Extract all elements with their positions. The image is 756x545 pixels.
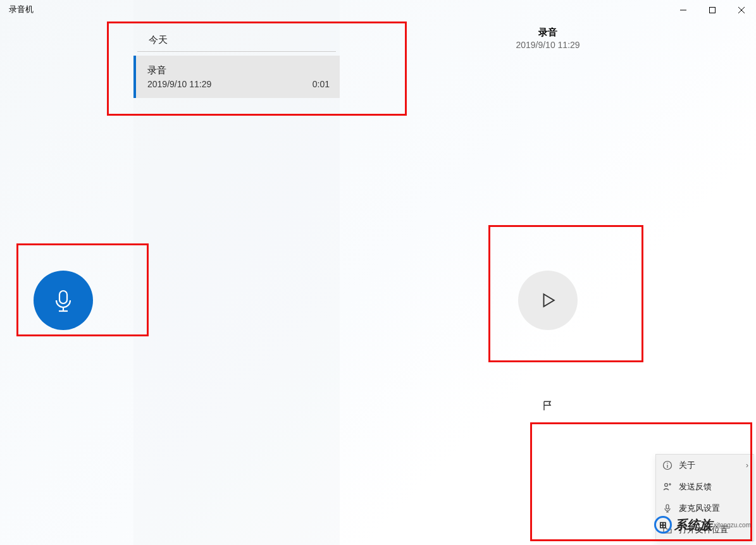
svg-point-10 <box>667 463 668 464</box>
recording-item[interactable]: 录音 2019/9/10 11:29 0:01 <box>133 56 340 98</box>
voice-recorder-app: 录音机 今天 录音 2019/9/ <box>0 0 756 545</box>
feedback-icon <box>662 482 672 492</box>
menu-item-label: 麦克风设置 <box>679 503 720 514</box>
chevron-right-icon: › <box>746 461 748 470</box>
detail-title: 录音 <box>340 27 756 39</box>
watermark-domain: xitongzu.com <box>714 522 751 529</box>
window-controls <box>669 0 756 20</box>
menu-item-label: 发送反馈 <box>679 481 712 493</box>
list-section-header: 今天 <box>137 29 336 52</box>
watermark-logo-icon: ⊞ <box>654 516 672 534</box>
play-icon <box>540 292 556 309</box>
svg-point-11 <box>665 484 668 487</box>
maximize-button[interactable] <box>698 0 727 20</box>
svg-marker-7 <box>544 294 554 307</box>
add-marker-button[interactable] <box>534 392 562 420</box>
close-icon <box>738 6 745 14</box>
maximize-icon <box>709 6 716 14</box>
info-icon <box>662 460 672 470</box>
recordings-list-panel: 今天 录音 2019/9/10 11:29 0:01 <box>133 0 340 545</box>
menu-item-label: 关于 <box>679 460 695 471</box>
detail-timestamp: 2019/9/10 11:29 <box>340 40 756 50</box>
minimize-button[interactable] <box>669 0 698 20</box>
svg-rect-1 <box>710 8 716 13</box>
record-button[interactable] <box>34 271 93 330</box>
svg-rect-4 <box>59 291 67 303</box>
menu-item-feedback[interactable]: 发送反馈 <box>656 476 753 498</box>
microphone-icon <box>51 288 76 313</box>
menu-item-about[interactable]: 关于 › <box>656 455 753 476</box>
minimize-icon <box>679 6 687 14</box>
close-button[interactable] <box>727 0 756 20</box>
recording-item-timestamp: 2019/9/10 11:29 <box>147 79 211 89</box>
recording-item-duration: 0:01 <box>313 79 330 89</box>
watermark-text: 系统族 <box>674 517 712 534</box>
recording-item-title: 录音 <box>147 64 330 77</box>
window-title: 录音机 <box>0 0 42 19</box>
play-button[interactable] <box>518 271 578 330</box>
title-bar: 录音机 <box>0 0 756 20</box>
svg-rect-12 <box>666 505 669 509</box>
detail-panel: 录音 2019/9/10 11:29 0:00 关于 › <box>340 0 756 545</box>
watermark: ⊞ 系统族 xitongzu.com <box>654 516 751 534</box>
microphone-small-icon <box>662 503 672 513</box>
flag-icon <box>542 400 554 412</box>
sidebar <box>0 0 133 545</box>
